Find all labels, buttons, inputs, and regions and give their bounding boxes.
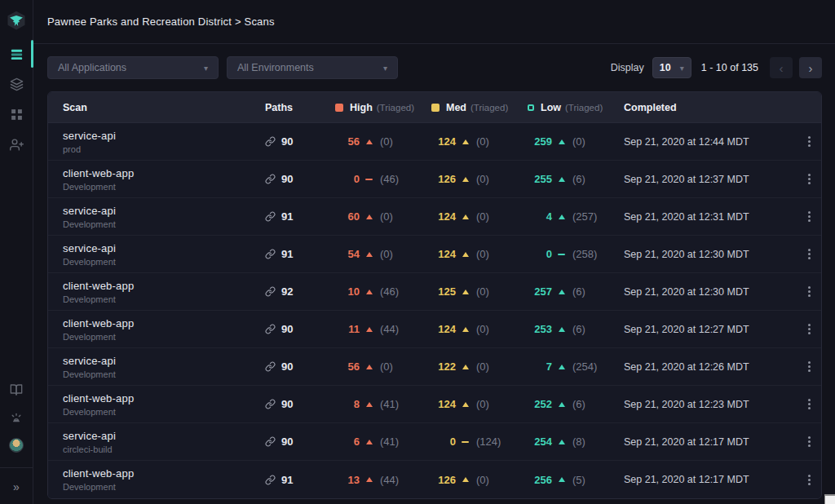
- paths-count: 90: [281, 135, 293, 148]
- table-row[interactable]: service-api Development 91 54 (0) 124 (0…: [48, 236, 821, 273]
- table-row[interactable]: service-api Development 91 60 (0) 124 (0…: [48, 198, 821, 236]
- stackhawk-logo-icon[interactable]: [5, 9, 28, 32]
- applications-filter-label: All Applications: [58, 62, 126, 73]
- scan-cell: service-api circleci-build: [63, 430, 265, 454]
- med-triaged-count: (0): [476, 173, 489, 185]
- link-icon: [265, 475, 276, 485]
- scan-cell: client-web-app Development: [63, 392, 265, 417]
- table-row[interactable]: service-api Development 90 56 (0) 122 (0…: [48, 348, 821, 386]
- paths-cell: 90: [265, 398, 335, 410]
- main-content: All Applications ▾ All Environments ▾ Di…: [33, 44, 835, 504]
- page-size-select[interactable]: 10 ▾: [652, 57, 691, 78]
- sidebar-item-profile[interactable]: [0, 436, 33, 454]
- sidebar-item-docs[interactable]: [0, 381, 33, 399]
- paths-cell: 90: [265, 360, 335, 373]
- table-row[interactable]: client-web-app Development 91 13 (44) 12…: [48, 461, 821, 498]
- med-findings-cell: 124 (0): [431, 248, 528, 260]
- row-menu-kebab-icon[interactable]: [795, 433, 822, 450]
- scan-name: client-web-app: [63, 317, 265, 329]
- row-menu-kebab-icon[interactable]: [795, 396, 822, 413]
- med-triaged-count: (0): [476, 248, 489, 260]
- trend-up-icon: [366, 402, 373, 407]
- high-count: 56: [335, 360, 360, 373]
- high-triaged-count: (46): [380, 285, 399, 298]
- alert-bell-icon: [10, 411, 23, 424]
- sidebar-item-apps-grid[interactable]: [0, 105, 33, 123]
- low-severity-swatch-icon: [528, 104, 534, 111]
- row-menu-kebab-icon[interactable]: [795, 358, 822, 375]
- link-icon: [265, 174, 276, 184]
- row-menu-kebab-icon[interactable]: [795, 283, 822, 300]
- med-count: 0: [431, 435, 456, 448]
- trend-flat-icon: [365, 179, 373, 180]
- row-menu-kebab-icon[interactable]: [795, 208, 822, 225]
- prev-page-button[interactable]: ‹: [770, 57, 793, 78]
- chevron-down-icon: ▾: [680, 64, 684, 73]
- table-row[interactable]: service-api prod 90 56 (0) 124 (0) 259 (…: [48, 123, 821, 161]
- trend-up-icon: [559, 477, 565, 482]
- high-count: 56: [335, 135, 360, 148]
- trend-flat-icon: [558, 254, 565, 255]
- book-icon: [10, 383, 23, 396]
- trend-up-icon: [559, 440, 565, 444]
- environments-filter-dropdown[interactable]: All Environments ▾: [227, 56, 398, 79]
- low-count: 253: [528, 323, 552, 335]
- row-menu-kebab-icon[interactable]: [795, 321, 822, 338]
- trend-up-icon: [462, 327, 469, 332]
- paths-count: 90: [281, 360, 293, 373]
- high-triaged-count: (41): [380, 435, 399, 448]
- grid-icon: [10, 108, 24, 122]
- high-count: 11: [335, 323, 360, 335]
- row-menu-kebab-icon[interactable]: [795, 133, 822, 150]
- scan-cell: client-web-app Development: [63, 467, 265, 492]
- trend-up-icon: [559, 139, 565, 144]
- top-header: Pawnee Parks and Recreation District > S…: [33, 0, 835, 44]
- high-findings-cell: 56 (0): [335, 135, 431, 148]
- applications-filter-dropdown[interactable]: All Applications ▾: [47, 56, 219, 79]
- low-count: 259: [528, 135, 552, 148]
- scan-name: client-web-app: [63, 280, 265, 292]
- med-findings-cell: 122 (0): [431, 360, 528, 373]
- table-row[interactable]: client-web-app Development 90 11 (44) 12…: [48, 311, 821, 348]
- scan-name: service-api: [63, 242, 265, 254]
- sidebar-item-team[interactable]: [0, 135, 33, 153]
- med-count: 124: [431, 210, 456, 223]
- med-findings-cell: 126 (0): [431, 173, 528, 185]
- low-findings-cell: 257 (6): [528, 285, 624, 298]
- med-count: 126: [431, 173, 456, 185]
- paths-count: 90: [281, 398, 293, 410]
- scan-cell: client-web-app Development: [63, 167, 265, 192]
- sidebar-divider: [0, 467, 33, 468]
- scans-table: Scan Paths High (Triaged) Med (Triaged) …: [47, 91, 822, 499]
- chevron-right-icon: ›: [809, 62, 813, 74]
- row-menu-kebab-icon[interactable]: [795, 471, 822, 489]
- low-count: 252: [528, 398, 552, 410]
- trend-up-icon: [462, 139, 469, 144]
- scan-name: client-web-app: [63, 167, 265, 179]
- link-icon: [265, 249, 276, 259]
- sidebar-item-applications[interactable]: [0, 75, 33, 93]
- table-row[interactable]: service-api circleci-build 90 6 (41) 0 (…: [48, 423, 821, 461]
- table-row[interactable]: client-web-app Development 92 10 (46) 12…: [48, 273, 821, 311]
- row-menu-kebab-icon[interactable]: [795, 245, 822, 263]
- high-count: 8: [335, 398, 360, 410]
- expand-sidebar-button[interactable]: »: [0, 478, 33, 496]
- high-findings-cell: 0 (46): [335, 173, 431, 185]
- completed-timestamp: Sep 21, 2020 at 12:37 MDT: [624, 174, 795, 185]
- low-count: 255: [528, 173, 552, 185]
- scan-name: client-web-app: [63, 467, 265, 480]
- next-page-button[interactable]: ›: [799, 57, 822, 78]
- med-count: 126: [431, 474, 456, 486]
- high-findings-cell: 6 (41): [335, 435, 431, 448]
- table-row[interactable]: client-web-app Development 90 8 (41) 124…: [48, 386, 821, 423]
- sidebar-item-alerts[interactable]: [0, 409, 33, 427]
- high-findings-cell: 54 (0): [335, 248, 431, 260]
- user-avatar: [9, 438, 24, 453]
- row-menu-kebab-icon[interactable]: [795, 170, 822, 188]
- table-row[interactable]: client-web-app Development 90 0 (46) 126…: [48, 161, 821, 198]
- link-icon: [265, 136, 276, 147]
- sidebar-item-scans[interactable]: [0, 45, 33, 63]
- low-triaged-note: (Triaged): [565, 103, 603, 113]
- high-count: 6: [335, 435, 360, 448]
- scan-environment: Development: [63, 482, 265, 492]
